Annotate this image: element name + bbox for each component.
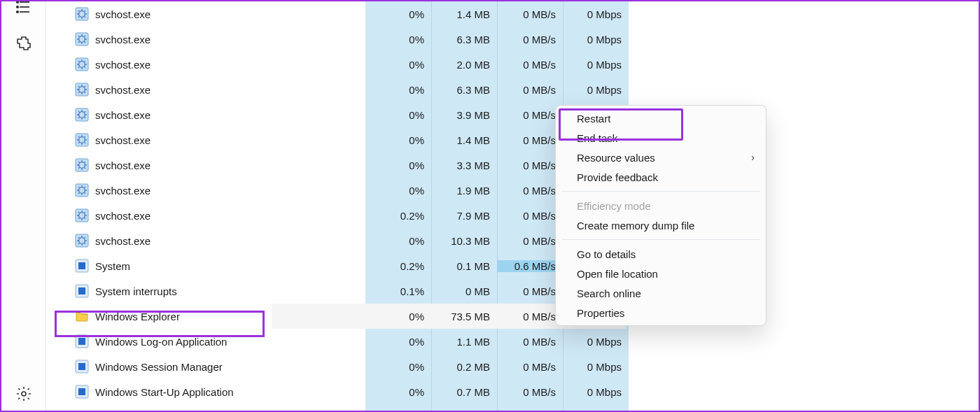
table-row[interactable]: Windows Session Manager0%0.2 MB0 MB/s0 M… — [46, 354, 979, 379]
svg-line-65 — [78, 143, 79, 143]
table-row[interactable]: System interrupts0.1%0 MB0 MB/s0 Mbps — [46, 278, 979, 304]
system-icon — [74, 258, 90, 274]
svg-line-95 — [78, 218, 79, 219]
list-view-icon[interactable] — [15, 0, 32, 15]
menu-separator — [561, 239, 760, 240]
process-name: svchost.exe — [95, 34, 365, 45]
svg-line-16 — [85, 10, 85, 11]
svg-line-74 — [85, 168, 85, 169]
table-row[interactable]: svchost.exe0%1.4 MB0 MB/s0 Mbps — [46, 1, 979, 27]
svg-line-44 — [85, 92, 85, 93]
svg-line-103 — [78, 237, 79, 238]
svg-rect-108 — [78, 262, 85, 269]
table-row[interactable]: svchost.exe0%6.3 MB0 MB/s0 Mbps — [46, 27, 979, 52]
extension-icon[interactable] — [15, 35, 32, 52]
service-icon — [74, 233, 90, 248]
table-row[interactable]: svchost.exe0%1.9 MB0 MB/s0 Mbps — [46, 178, 979, 203]
menu-separator — [561, 191, 760, 192]
cell-mem: 6.3 MB — [431, 84, 497, 96]
menu-item[interactable]: Search online — [556, 283, 766, 303]
cell-disk: 0 MB/s — [497, 210, 563, 222]
service-icon — [74, 183, 90, 198]
process-name: svchost.exe — [95, 134, 365, 146]
svg-rect-110 — [78, 287, 85, 294]
menu-item-label: Create memory dump file — [577, 220, 694, 232]
table-row[interactable]: System0.2%0.1 MB0.6 MB/s0 Mbps — [46, 253, 979, 278]
process-name: System interrupts — [95, 285, 365, 297]
svg-rect-116 — [78, 388, 85, 395]
cell-disk: 0 MB/s — [497, 386, 563, 398]
menu-item[interactable]: Properties — [556, 303, 766, 322]
svg-line-55 — [78, 118, 79, 118]
table-row[interactable]: svchost.exe0%2.0 MB0 MB/s0 Mbps — [46, 52, 979, 77]
cell-disk: 0 MB/s — [497, 235, 563, 247]
settings-icon[interactable] — [15, 385, 32, 402]
service-icon — [74, 157, 90, 173]
cell-mem: 1.4 MB — [431, 8, 497, 20]
svg-line-56 — [85, 111, 85, 112]
svg-line-66 — [85, 136, 85, 137]
service-icon — [74, 107, 90, 122]
menu-item[interactable]: Provide feedback — [556, 167, 766, 187]
svg-line-93 — [78, 212, 79, 213]
table-row[interactable]: svchost.exe0%3.3 MB0 MB/s0 Mbps — [46, 152, 979, 178]
cell-disk: 0 MB/s — [497, 8, 563, 20]
cell-disk: 0 MB/s — [497, 134, 563, 146]
process-name: svchost.exe — [95, 210, 365, 222]
cell-cpu: 0% — [365, 386, 431, 398]
cell-net: 0 Mbps — [563, 84, 629, 96]
table-row[interactable]: svchost.exe0%1.4 MB0 MB/s0 Mbps — [46, 127, 979, 152]
table-row[interactable]: svchost.exe0%10.3 MB0 MB/s0 Mbps — [46, 228, 979, 253]
menu-item[interactable]: Resource values› — [556, 148, 766, 167]
folder-icon — [74, 308, 90, 324]
process-table: svchost.exe0%1.4 MB0 MB/s0 Mbpssvchost.e… — [46, 1, 979, 411]
menu-item-label: Provide feedback — [577, 171, 658, 183]
cell-disk: 0 MB/s — [497, 185, 563, 197]
cell-cpu: 0% — [365, 59, 431, 71]
service-icon — [74, 82, 90, 97]
svg-line-24 — [85, 42, 85, 43]
svg-line-35 — [78, 67, 79, 68]
svg-line-105 — [78, 243, 79, 244]
cell-mem: 10.3 MB — [431, 235, 497, 247]
cell-cpu: 0.2% — [365, 260, 431, 272]
menu-item[interactable]: Open file location — [556, 264, 766, 283]
process-name: svchost.exe — [95, 8, 365, 20]
process-name: svchost.exe — [95, 109, 365, 121]
table-row[interactable]: Windows Start-Up Application0%0.7 MB0 MB… — [46, 379, 979, 404]
cell-disk: 0 MB/s — [497, 361, 563, 373]
svg-line-96 — [85, 212, 85, 213]
cell-net: 0 Mbps — [563, 361, 629, 373]
cell-net: 0 Mbps — [563, 386, 629, 398]
table-row[interactable]: svchost.exe0%3.9 MB0 MB/s0 Mbps — [46, 102, 979, 127]
svg-point-4 — [17, 6, 18, 8]
table-row[interactable]: Windows Explorer0%73.5 MB0 MB/s0 Mbps — [46, 304, 979, 329]
menu-item[interactable]: Restart — [556, 108, 766, 128]
table-row[interactable]: svchost.exe0%6.3 MB0 MB/s0 Mbps — [46, 77, 979, 102]
cell-disk: 0 MB/s — [497, 336, 563, 348]
cell-disk: 0 MB/s — [497, 285, 563, 297]
cell-mem: 73.5 MB — [431, 311, 497, 322]
service-icon — [74, 57, 90, 72]
menu-item-label: Restart — [577, 113, 610, 125]
svg-line-23 — [78, 36, 79, 36]
menu-item[interactable]: Go to details — [556, 244, 766, 264]
cell-disk: 0 MB/s — [497, 311, 563, 322]
service-icon — [74, 31, 90, 47]
svg-point-6 — [22, 392, 26, 396]
table-row[interactable]: svchost.exe0.2%7.9 MB0 MB/s0 Mbps — [46, 203, 979, 228]
process-name: System — [95, 260, 365, 272]
svg-line-25 — [78, 42, 79, 43]
menu-item-label: Search online — [577, 287, 641, 299]
cell-mem: 3.3 MB — [431, 159, 497, 171]
cell-cpu: 0% — [365, 34, 431, 45]
cell-mem: 0.1 MB — [431, 260, 497, 272]
process-name: Windows Start-Up Application — [95, 386, 365, 398]
left-toolbar — [1, 1, 46, 411]
menu-item[interactable]: End task — [556, 128, 766, 148]
cell-mem: 0 MB — [431, 285, 497, 297]
service-icon — [74, 132, 90, 148]
menu-item[interactable]: Create memory dump file — [556, 215, 766, 235]
menu-item-label: Go to details — [577, 248, 636, 260]
table-row[interactable]: Windows Log-on Application0%1.1 MB0 MB/s… — [46, 329, 979, 354]
